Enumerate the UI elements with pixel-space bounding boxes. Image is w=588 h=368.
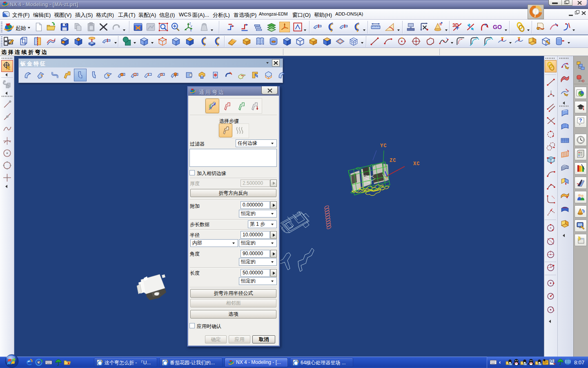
svg-text:?: ?	[579, 118, 582, 123]
svg-text:GO: GO	[493, 24, 502, 30]
svg-text:3D: 3D	[452, 22, 459, 28]
svg-text:YC: YC	[380, 143, 387, 149]
svg-text:Z: Z	[189, 22, 191, 25]
svg-text:X: X	[190, 29, 192, 32]
svg-text:Y: Y	[190, 25, 192, 28]
svg-text:ZC: ZC	[390, 158, 396, 164]
svg-text:XC: XC	[413, 161, 420, 167]
svg-text:R: R	[485, 23, 487, 27]
